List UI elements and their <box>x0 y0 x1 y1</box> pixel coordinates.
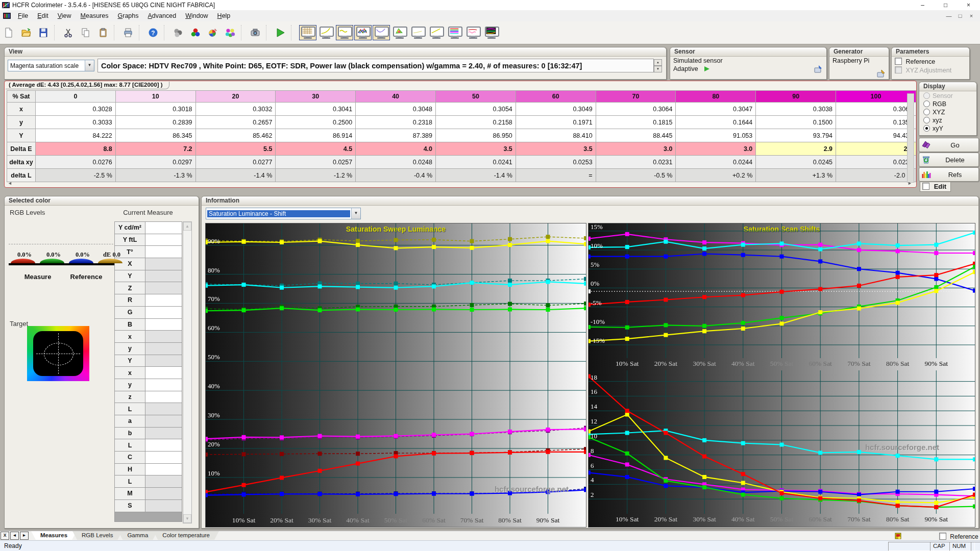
current-measure-value[interactable] <box>145 342 182 355</box>
new-document-icon[interactable] <box>1 25 16 40</box>
curve-view-a-icon[interactable] <box>409 25 427 40</box>
refs-button[interactable]: Refs <box>919 167 979 182</box>
measures-cell[interactable]: 0.0257 <box>276 156 356 169</box>
measures-col-header[interactable]: 20 <box>195 91 276 103</box>
measures-col-header[interactable]: 10 <box>115 91 195 103</box>
measures-cell[interactable]: 7.2 <box>115 142 195 156</box>
measures-cell[interactable]: 88.410 <box>516 129 596 142</box>
tab-prev-button[interactable]: ◄ <box>10 532 19 540</box>
measures-cell[interactable]: -1.4 % <box>195 169 276 182</box>
radio-icon[interactable] <box>923 125 930 132</box>
reference-checkbox[interactable] <box>895 58 902 65</box>
capture-screen-icon[interactable] <box>248 25 263 40</box>
minimize-button[interactable]: – <box>911 1 934 10</box>
mdi-restore-icon[interactable]: □ <box>954 13 966 19</box>
measures-cell[interactable]: 0.0231 <box>596 156 676 169</box>
measures-scroll-track[interactable] <box>907 93 914 183</box>
measures-cell[interactable]: 0.3047 <box>676 103 756 116</box>
measures-cell[interactable]: 91.053 <box>676 129 756 142</box>
rgb-levels-view-icon[interactable] <box>446 25 463 40</box>
current-measure-value[interactable] <box>145 258 182 270</box>
measures-cell[interactable]: 86.950 <box>436 129 516 142</box>
measures-cell[interactable]: 0.1971 <box>516 116 596 129</box>
measures-cell[interactable]: 4.5 <box>276 142 356 156</box>
primary-colors-measure-icon[interactable] <box>188 25 203 40</box>
current-measure-value[interactable] <box>145 415 182 428</box>
current-measure-value[interactable] <box>145 452 182 464</box>
measures-cell[interactable]: -1.4 % <box>436 169 516 182</box>
tab-close-button[interactable]: X <box>1 532 9 540</box>
sensor-run-icon[interactable] <box>703 66 710 72</box>
menu-item-graphs[interactable]: Graphs <box>113 11 143 21</box>
tab-next-button[interactable]: ► <box>20 532 29 540</box>
measures-cell[interactable]: +1.3 % <box>756 169 836 182</box>
current-measure-value[interactable] <box>145 355 182 367</box>
color-temperature-view-icon[interactable] <box>464 25 482 40</box>
menu-item-view[interactable]: View <box>53 11 76 21</box>
delete-button[interactable]: Delete <box>919 153 979 167</box>
measures-cell[interactable]: -1.3 % <box>115 169 195 182</box>
grid-view-icon[interactable] <box>299 25 316 40</box>
generator-configure-icon[interactable] <box>877 69 886 78</box>
edit-checkbox[interactable] <box>922 183 929 190</box>
maximize-button[interactable]: □ <box>934 1 957 10</box>
measures-cell[interactable]: -0.5 % <box>596 169 676 182</box>
sensor-calibration-icon[interactable] <box>170 25 186 40</box>
measures-cell[interactable]: 8.8 <box>35 142 115 156</box>
tab-gamma[interactable]: Gamma <box>118 531 157 540</box>
measures-col-header[interactable]: 90 <box>756 91 836 103</box>
display-option-xyy[interactable]: xyY <box>923 124 972 133</box>
measures-cell[interactable]: 86.914 <box>276 129 356 142</box>
measures-cell[interactable]: 0.3054 <box>436 103 516 116</box>
current-measure-value[interactable] <box>145 318 182 331</box>
run-measures-icon[interactable] <box>273 25 288 40</box>
measures-cell[interactable]: 0.0248 <box>356 156 436 169</box>
current-measure-value[interactable] <box>145 282 182 294</box>
measures-cell[interactable]: 0.0277 <box>195 156 276 169</box>
measures-cell[interactable]: 0.3061 <box>836 103 916 116</box>
scroll-left-icon[interactable]: ◄ <box>8 181 12 186</box>
cie-diagram-view-icon[interactable] <box>391 25 408 40</box>
measures-cell[interactable]: 87.389 <box>356 129 436 142</box>
measures-col-header[interactable]: 60 <box>516 91 596 103</box>
measures-cell[interactable]: 0.3028 <box>35 103 115 116</box>
open-file-icon[interactable] <box>18 25 34 40</box>
measures-col-header[interactable]: 50 <box>436 91 516 103</box>
scroll-up-icon[interactable]: ▲ <box>183 222 191 231</box>
tab-rgb-levels[interactable]: RGB Levels <box>72 531 122 540</box>
measures-cell[interactable]: 0.1815 <box>596 116 676 129</box>
current-measure-value[interactable] <box>145 270 182 282</box>
gamma-view-icon[interactable] <box>317 25 335 40</box>
current-measure-value[interactable] <box>145 439 182 452</box>
measures-cell[interactable]: 0.2839 <box>115 116 195 129</box>
current-measure-value[interactable] <box>145 403 182 415</box>
measures-cell[interactable]: 0.2500 <box>276 116 356 129</box>
measures-cell[interactable]: = <box>516 169 596 182</box>
mdi-minimize-icon[interactable]: — <box>943 13 954 19</box>
measures-cell[interactable]: 0.0235 <box>836 156 916 169</box>
current-measure-value[interactable] <box>145 391 182 403</box>
measures-cell[interactable]: 0.3048 <box>356 103 436 116</box>
measures-cell[interactable]: 84.222 <box>35 129 115 142</box>
radio-icon[interactable] <box>923 92 930 99</box>
measures-cell[interactable]: 0.3049 <box>516 103 596 116</box>
cut-icon[interactable] <box>61 25 76 40</box>
current-measure-value[interactable] <box>145 475 182 488</box>
radio-icon[interactable] <box>923 101 930 107</box>
help-icon[interactable]: ? <box>145 25 161 40</box>
current-measure-value[interactable] <box>145 499 182 512</box>
current-measure-value[interactable] <box>145 367 182 379</box>
measures-col-header[interactable]: 40 <box>356 91 436 103</box>
current-measure-value[interactable] <box>145 222 182 234</box>
measures-cell[interactable]: 3.0 <box>676 142 756 156</box>
scale-preset-select[interactable]: Magenta saturation scale ▼ <box>8 60 94 71</box>
shift-view-icon[interactable] <box>373 25 390 40</box>
info-spinner[interactable]: ▲▼ <box>654 59 662 72</box>
measures-cell[interactable]: 0.0297 <box>115 156 195 169</box>
measures-col-header[interactable]: 70 <box>596 91 676 103</box>
display-option-rgb[interactable]: RGB <box>923 100 972 108</box>
radio-icon[interactable] <box>923 117 930 123</box>
current-measure-value[interactable] <box>145 234 182 246</box>
radio-icon[interactable] <box>923 109 930 115</box>
measures-cell[interactable]: 0.1644 <box>676 116 756 129</box>
